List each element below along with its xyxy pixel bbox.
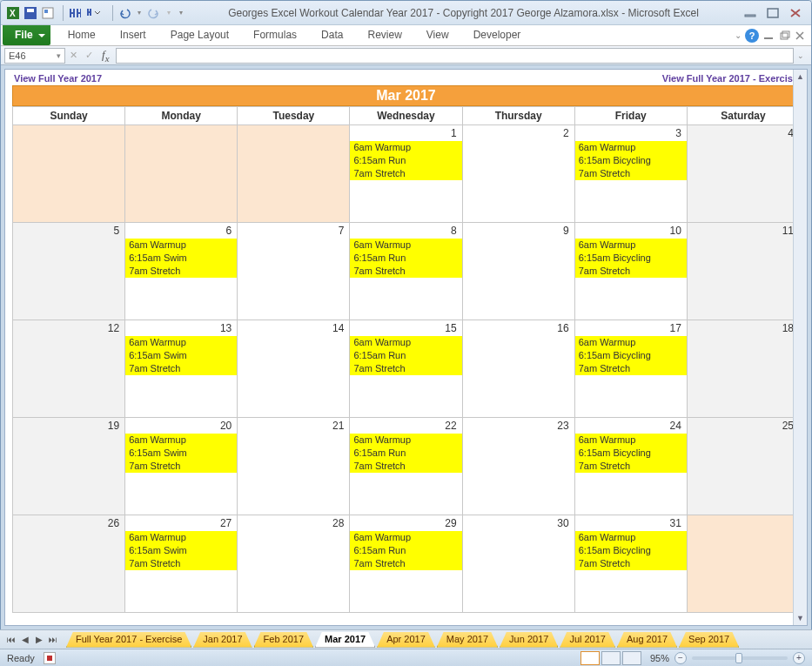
sheet-tab[interactable]: Feb 2017: [254, 632, 313, 648]
calendar-event[interactable]: 6:15am Swim: [125, 544, 237, 557]
normal-view-icon[interactable]: [580, 651, 600, 665]
calendar-event[interactable]: 6am Warmup: [350, 434, 461, 447]
doc-minimize-icon[interactable]: [762, 31, 775, 40]
calendar-event[interactable]: 7am Stretch: [350, 167, 461, 180]
calendar-event[interactable]: 7am Stretch: [575, 265, 687, 278]
calendar-cell[interactable]: 156am Warmup6:15am Run7am Stretch: [350, 320, 462, 418]
print-preview-icon[interactable]: [41, 6, 55, 20]
calendar-event[interactable]: 7am Stretch: [350, 460, 461, 473]
calendar-event[interactable]: 6:15am Swim: [125, 447, 237, 460]
sheet-tab[interactable]: Apr 2017: [377, 632, 435, 648]
calendar-cell[interactable]: 26: [13, 515, 125, 613]
macro-record-icon[interactable]: [44, 652, 56, 664]
calendar-event[interactable]: 6:15am Run: [350, 447, 461, 460]
calendar-cell[interactable]: 7: [238, 223, 350, 320]
calendar-event[interactable]: 6am Warmup: [125, 434, 237, 447]
page-layout-view-icon[interactable]: [601, 651, 621, 665]
calendar-event[interactable]: 6:15am Swim: [125, 252, 237, 265]
calendar-event[interactable]: 6:15am Bicycling: [575, 349, 687, 362]
calendar-event[interactable]: 7am Stretch: [350, 362, 461, 375]
name-box[interactable]: E46 ▾: [4, 48, 65, 64]
calendar-cell[interactable]: [125, 125, 238, 223]
calendar-event[interactable]: 7am Stretch: [575, 557, 687, 570]
calendar-event[interactable]: 6am Warmup: [350, 239, 461, 252]
calendar-cell[interactable]: 9: [463, 223, 575, 320]
help-icon[interactable]: ?: [745, 29, 759, 43]
fx-icon[interactable]: fx: [102, 48, 109, 64]
calendar-cell[interactable]: [238, 125, 350, 223]
calendar-event[interactable]: 6:15am Run: [350, 544, 461, 557]
sheet-tab[interactable]: Jul 2017: [560, 632, 615, 648]
ribbon-tab-developer[interactable]: Developer: [461, 25, 534, 45]
sheet-tab[interactable]: May 2017: [437, 632, 498, 648]
zoom-out-icon[interactable]: −: [674, 652, 687, 664]
calendar-event[interactable]: 7am Stretch: [125, 557, 237, 570]
zoom-in-icon[interactable]: +: [793, 652, 805, 664]
minimize-icon[interactable]: [740, 4, 761, 22]
calendar-event[interactable]: 6am Warmup: [575, 531, 687, 544]
link-full-year-exercise[interactable]: View Full Year 2017 - Exercise: [662, 73, 798, 84]
calendar-cell[interactable]: 21: [238, 418, 350, 515]
undo-dropdown-icon[interactable]: ▾: [135, 6, 144, 20]
calendar-cell[interactable]: 5: [13, 223, 125, 320]
calendar-cell[interactable]: 296am Warmup6:15am Run7am Stretch: [350, 515, 462, 613]
scroll-down-icon[interactable]: ▼: [794, 611, 807, 625]
calendar-cell[interactable]: 226am Warmup6:15am Run7am Stretch: [350, 418, 462, 515]
calendar-cell[interactable]: 36am Warmup6:15am Bicycling7am Stretch: [575, 125, 688, 223]
ribbon-tab-data[interactable]: Data: [309, 25, 355, 45]
calendar-event[interactable]: 7am Stretch: [350, 557, 461, 570]
close-icon[interactable]: [785, 4, 806, 22]
calendar-cell[interactable]: 176am Warmup6:15am Bicycling7am Stretch: [575, 320, 688, 418]
undo-icon[interactable]: [117, 6, 131, 20]
qat-customize-icon[interactable]: ▾: [177, 6, 185, 20]
calendar-event[interactable]: 7am Stretch: [125, 362, 237, 375]
calendar-event[interactable]: 7am Stretch: [575, 460, 687, 473]
calendar-event[interactable]: 6am Warmup: [350, 531, 461, 544]
calendar-event[interactable]: 7am Stretch: [575, 167, 687, 180]
calendar-cell[interactable]: 16am Warmup6:15am Run7am Stretch: [350, 125, 462, 223]
calendar-cell[interactable]: [688, 515, 800, 613]
doc-close-icon[interactable]: [794, 30, 806, 41]
chevron-down-icon[interactable]: ▾: [57, 51, 61, 60]
calendar-cell[interactable]: 25: [688, 418, 800, 515]
sheet-tab[interactable]: Full Year 2017 - Exercise: [66, 632, 191, 648]
calendar-event[interactable]: 6am Warmup: [575, 434, 687, 447]
calendar-cell[interactable]: 276am Warmup6:15am Swim7am Stretch: [125, 515, 238, 613]
calendar-cell[interactable]: 246am Warmup6:15am Bicycling7am Stretch: [575, 418, 688, 515]
calendar-event[interactable]: 6am Warmup: [125, 239, 237, 252]
calendar-event[interactable]: 6:15am Swim: [125, 349, 237, 362]
calendar-cell[interactable]: 28: [238, 515, 350, 613]
tab-next-icon[interactable]: ▶: [33, 635, 45, 644]
calendar-event[interactable]: 7am Stretch: [125, 265, 237, 278]
calendar-event[interactable]: 6:15am Run: [350, 349, 461, 362]
ribbon-tab-page-layout[interactable]: Page Layout: [158, 25, 241, 45]
calendar-event[interactable]: 6:15am Bicycling: [575, 154, 687, 167]
calendar-event[interactable]: 6am Warmup: [575, 141, 687, 154]
calendar-cell[interactable]: 136am Warmup6:15am Swim7am Stretch: [125, 320, 238, 418]
calendar-cell[interactable]: 4: [688, 125, 800, 223]
ribbon-minimize-icon[interactable]: ⌄: [735, 30, 742, 40]
calendar-event[interactable]: 6am Warmup: [350, 141, 461, 154]
calendar-cell[interactable]: [13, 125, 125, 223]
find-dropdown-icon[interactable]: [85, 6, 104, 20]
maximize-icon[interactable]: [762, 4, 783, 22]
calendar-event[interactable]: 6am Warmup: [575, 239, 687, 252]
calendar-cell[interactable]: 2: [463, 125, 575, 223]
calendar-cell[interactable]: 18: [688, 320, 800, 418]
zoom-slider[interactable]: [692, 656, 788, 660]
tab-first-icon[interactable]: ⏮: [5, 635, 17, 644]
zoom-level[interactable]: 95%: [650, 653, 669, 663]
doc-restore-icon[interactable]: [778, 30, 790, 41]
formula-expand-icon[interactable]: ⌄: [794, 51, 808, 60]
calendar-event[interactable]: 6:15am Run: [350, 252, 461, 265]
calendar-event[interactable]: 6:15am Bicycling: [575, 252, 687, 265]
calendar-cell[interactable]: 12: [13, 320, 125, 418]
calendar-event[interactable]: 6:15am Bicycling: [575, 447, 687, 460]
calendar-cell[interactable]: 66am Warmup6:15am Swim7am Stretch: [125, 223, 238, 320]
scroll-up-icon[interactable]: ▲: [794, 70, 807, 84]
ribbon-tab-insert[interactable]: Insert: [108, 25, 158, 45]
calendar-cell[interactable]: 19: [13, 418, 125, 515]
calendar-cell[interactable]: 86am Warmup6:15am Run7am Stretch: [350, 223, 462, 320]
calendar-cell[interactable]: 316am Warmup6:15am Bicycling7am Stretch: [575, 515, 688, 613]
sheet-tab[interactable]: Sep 2017: [679, 632, 739, 648]
